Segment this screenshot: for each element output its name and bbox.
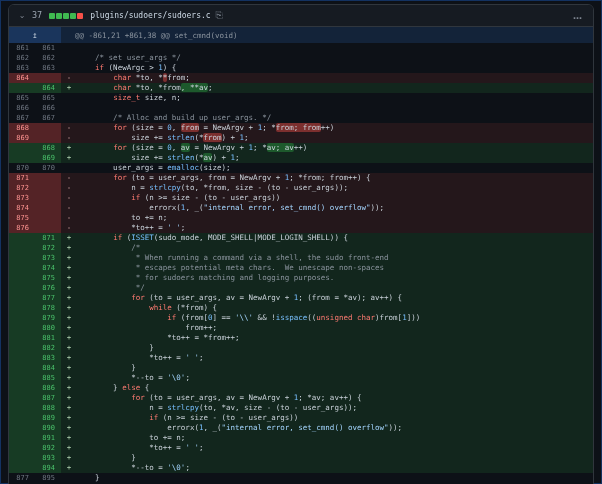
old-line-number[interactable]: 867 [9,113,35,123]
old-line-number[interactable]: 865 [9,93,35,103]
new-line-number[interactable]: 866 [35,103,61,113]
new-line-number[interactable]: 871 [35,233,61,243]
new-line-number[interactable]: 876 [35,283,61,293]
old-line-number[interactable]: 871 [9,173,35,183]
new-line-number[interactable] [35,213,61,223]
old-line-number[interactable] [9,153,35,163]
old-line-number[interactable]: 877 [9,473,35,483]
new-line-number[interactable]: 880 [35,323,61,333]
old-line-number[interactable] [9,453,35,463]
old-line-number[interactable]: 868 [9,123,35,133]
old-line-number[interactable] [9,373,35,383]
new-line-number[interactable]: 893 [35,453,61,463]
old-line-number[interactable] [9,393,35,403]
new-line-number[interactable]: 861 [35,43,61,53]
old-line-number[interactable]: 863 [9,63,35,73]
new-line-number[interactable]: 888 [35,403,61,413]
old-line-number[interactable] [9,253,35,263]
old-line-number[interactable]: 873 [9,193,35,203]
new-line-number[interactable]: 872 [35,243,61,253]
new-line-number[interactable]: 877 [35,293,61,303]
old-line-number[interactable] [9,143,35,153]
old-line-number[interactable]: 872 [9,183,35,193]
new-line-number[interactable] [35,73,61,83]
new-line-number[interactable] [35,133,61,143]
old-line-number[interactable] [9,443,35,453]
old-line-number[interactable]: 861 [9,43,35,53]
word-diff-highlight: from [203,133,221,142]
new-line-number[interactable]: 863 [35,63,61,73]
diff-marker: + [61,403,77,413]
collapse-file-chevron-icon[interactable]: ⌄ [17,11,27,20]
copy-path-icon[interactable]: ⎘ [216,11,223,20]
old-line-number[interactable] [9,323,35,333]
word-diff-highlight: av; av [267,143,294,152]
old-line-number[interactable] [9,263,35,273]
old-line-number[interactable] [9,363,35,373]
old-line-number[interactable]: 862 [9,53,35,63]
new-line-number[interactable]: 867 [35,113,61,123]
new-line-number[interactable] [35,183,61,193]
new-line-number[interactable]: 890 [35,423,61,433]
old-line-number[interactable] [9,463,35,473]
old-line-number[interactable] [9,313,35,323]
old-line-number[interactable]: 870 [9,163,35,173]
old-line-number[interactable]: 864 [9,73,35,83]
new-line-number[interactable]: 873 [35,253,61,263]
code-token: *to++ = [77,223,167,232]
new-line-number[interactable]: 864 [35,83,61,93]
new-line-number[interactable] [35,223,61,233]
file-options-kebab-icon[interactable]: … [573,11,583,21]
new-line-number[interactable]: 874 [35,263,61,273]
expand-hunk-button[interactable]: ↥ [9,27,61,43]
new-line-number[interactable]: 885 [35,373,61,383]
old-line-number[interactable]: 866 [9,103,35,113]
old-line-number[interactable] [9,383,35,393]
old-line-number[interactable] [9,273,35,283]
old-line-number[interactable] [9,233,35,243]
new-line-number[interactable] [35,203,61,213]
new-line-number[interactable]: 875 [35,273,61,283]
new-line-number[interactable]: 894 [35,463,61,473]
new-line-number[interactable]: 865 [35,93,61,103]
new-line-number[interactable]: 883 [35,353,61,363]
new-line-number[interactable] [35,173,61,183]
old-line-number[interactable] [9,243,35,253]
old-line-number[interactable]: 876 [9,223,35,233]
new-line-number[interactable]: 892 [35,443,61,453]
old-line-number[interactable] [9,353,35,363]
old-line-number[interactable] [9,333,35,343]
new-line-number[interactable]: 878 [35,303,61,313]
new-line-number[interactable]: 891 [35,433,61,443]
diff-row-addition: 887+ for (to = user_args, av = NewArgv +… [9,393,593,403]
file-path-link[interactable]: plugins/sudoers/sudoers.c [90,11,210,20]
old-line-number[interactable] [9,343,35,353]
old-line-number[interactable]: 869 [9,133,35,143]
new-line-number[interactable]: 882 [35,343,61,353]
new-line-number[interactable]: 881 [35,333,61,343]
new-line-number[interactable]: 868 [35,143,61,153]
old-line-number[interactable] [9,293,35,303]
diff-row-deletion: 869- size += strlen(*from) + 1; [9,133,593,143]
old-line-number[interactable] [9,413,35,423]
new-line-number[interactable]: 862 [35,53,61,63]
old-line-number[interactable] [9,303,35,313]
new-line-number[interactable]: 886 [35,383,61,393]
old-line-number[interactable]: 874 [9,203,35,213]
code-token: ' ' [185,353,199,362]
new-line-number[interactable] [35,193,61,203]
old-line-number[interactable] [9,283,35,293]
new-line-number[interactable]: 889 [35,413,61,423]
new-line-number[interactable] [35,123,61,133]
new-line-number[interactable]: 884 [35,363,61,373]
old-line-number[interactable] [9,83,35,93]
new-line-number[interactable]: 879 [35,313,61,323]
old-line-number[interactable] [9,403,35,413]
old-line-number[interactable]: 875 [9,213,35,223]
new-line-number[interactable]: 869 [35,153,61,163]
new-line-number[interactable]: 870 [35,163,61,173]
old-line-number[interactable] [9,433,35,443]
new-line-number[interactable]: 887 [35,393,61,403]
new-line-number[interactable]: 895 [35,473,61,483]
old-line-number[interactable] [9,423,35,433]
